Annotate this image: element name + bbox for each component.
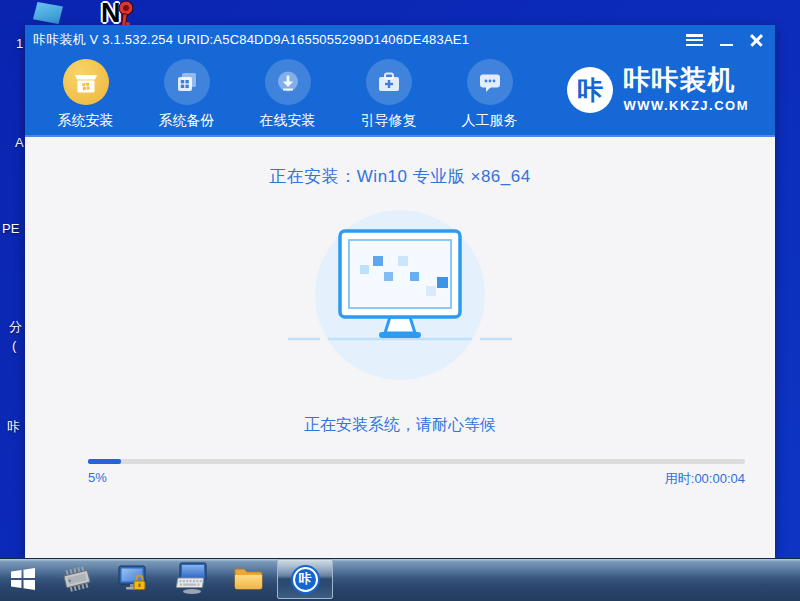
- brand-logo: 咔 咔咔装机 WWW.KKZJ.COM: [567, 67, 749, 113]
- nav-item-system-install[interactable]: 系统安装: [35, 55, 136, 130]
- desktop-shortcut-icon[interactable]: [33, 2, 63, 24]
- progress-bar: [88, 459, 745, 464]
- taskbar: 咔: [0, 558, 800, 601]
- chip-icon: [60, 563, 94, 595]
- brand-name: 咔咔装机: [623, 67, 749, 94]
- minimize-icon[interactable]: [720, 34, 733, 46]
- kaka-logo-icon: 咔: [567, 67, 613, 113]
- monitor-illustration: [280, 201, 520, 393]
- desktop-label-fragment: 1: [16, 36, 23, 51]
- taskbar-secure-display-app[interactable]: [117, 563, 149, 595]
- nav-item-boot-repair[interactable]: 引导修复: [338, 55, 439, 130]
- desktop-label-fragment: PE: [2, 221, 19, 236]
- keyboard-monitor-icon: [175, 562, 209, 595]
- close-icon[interactable]: [750, 34, 763, 47]
- window-title: 咔咔装机 V 3.1.532.254 URID:A5C84DD9A1655055…: [25, 31, 469, 49]
- nav-label: 系统备份: [159, 112, 215, 130]
- toolbox-icon: [366, 59, 412, 105]
- taskbar-keyboard-app[interactable]: [175, 562, 209, 595]
- window-body: 正在安装：Win10 专业版 ×86_64 正在安装系统，请耐心等候 5% 用时…: [25, 139, 775, 559]
- start-button[interactable]: [8, 564, 38, 594]
- kaka-installer-window: 咔咔装机 V 3.1.532.254 URID:A5C84DD9A1655055…: [25, 25, 775, 559]
- desktop-label-fragment: 咔: [7, 418, 20, 436]
- kaka-icon: 咔: [293, 567, 318, 592]
- nav-label: 引导修复: [361, 112, 417, 130]
- menu-icon[interactable]: [686, 34, 703, 46]
- progress-fill: [88, 459, 121, 464]
- nav-label: 系统安装: [58, 112, 114, 130]
- taskbar-explorer-app[interactable]: [233, 565, 263, 592]
- chat-bubble-icon: [467, 59, 513, 105]
- nav-item-human-service[interactable]: 人工服务: [439, 55, 540, 130]
- window-header: 咔咔装机 V 3.1.532.254 URID:A5C84DD9A1655055…: [25, 25, 775, 137]
- nav-label: 在线安装: [260, 112, 316, 130]
- status-text: 正在安装系统，请耐心等候: [25, 415, 775, 436]
- taskbar-kaka-app-active[interactable]: 咔: [277, 559, 333, 599]
- nav-item-system-backup[interactable]: 系统备份: [136, 55, 237, 130]
- main-nav: 系统安装 系统备份: [35, 55, 540, 130]
- monitor-lock-icon: [117, 563, 149, 595]
- brand-url: WWW.KKZJ.COM: [623, 98, 749, 113]
- nav-item-online-install[interactable]: 在线安装: [237, 55, 338, 130]
- backup-icon: [164, 59, 210, 105]
- installing-title: 正在安装：Win10 专业版 ×86_64: [25, 165, 775, 188]
- progress-percent: 5%: [88, 470, 107, 485]
- desktop-label-fragment: (: [12, 338, 16, 353]
- taskbar-chip-app[interactable]: [60, 563, 94, 595]
- nav-label: 人工服务: [462, 112, 518, 130]
- windows-logo-icon: [9, 565, 37, 593]
- folder-icon: [233, 565, 263, 592]
- desktop-label-fragment: 分: [9, 318, 22, 336]
- desktop-label-fragment: A: [15, 135, 24, 150]
- download-icon: [265, 59, 311, 105]
- install-box-icon: [63, 59, 109, 105]
- titlebar: 咔咔装机 V 3.1.532.254 URID:A5C84DD9A1655055…: [25, 25, 775, 55]
- elapsed-time: 用时:00:00:04: [665, 470, 745, 488]
